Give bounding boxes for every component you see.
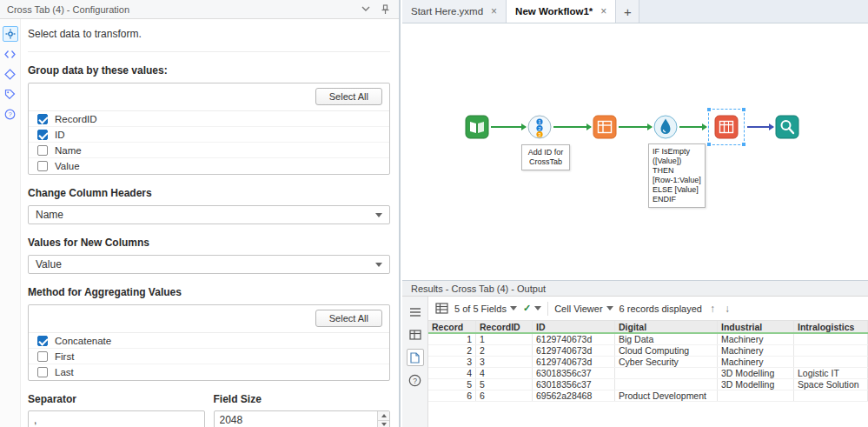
table-cell: Cyber Security [615, 357, 718, 367]
profile-view-icon[interactable] [407, 304, 424, 321]
table-cell: 4 [476, 368, 533, 378]
group-by-listbox-toolbar: Select All [29, 83, 389, 111]
grid-icon[interactable] [435, 303, 448, 314]
group-item-value[interactable]: Value [29, 158, 389, 174]
tag-tab-icon[interactable] [3, 86, 18, 102]
checkbox[interactable] [37, 114, 48, 124]
table-row[interactable]: 6669562a28468Product Development [428, 390, 868, 402]
table-row[interactable]: 336129740673dCyber SecurityMachinery [428, 357, 868, 368]
alteryx-designer-window: Cross Tab (4) - Configuration ? [0, 0, 868, 427]
table-cell: 6 [476, 390, 533, 401]
checkbox[interactable] [37, 145, 48, 156]
table-cell [794, 357, 868, 367]
new-tab-button[interactable]: + [616, 0, 639, 23]
selection-handle[interactable] [742, 143, 745, 146]
stepper-down-button[interactable] [378, 420, 389, 427]
separator-input[interactable] [28, 410, 205, 427]
column-header[interactable]: ID [533, 321, 615, 332]
fields-dropdown-label: 5 of 5 Fields [454, 304, 507, 314]
column-header[interactable]: RecordID [476, 321, 533, 332]
close-icon[interactable]: × [600, 5, 606, 17]
help-tab-icon[interactable]: ? [3, 106, 18, 122]
group-item-recordid[interactable]: RecordID [29, 111, 389, 127]
column-header[interactable]: Industrial [718, 321, 794, 332]
scroll-down-icon[interactable]: ↓ [723, 303, 732, 315]
new-columns-dropdown[interactable]: Value [28, 255, 390, 274]
pin-icon[interactable] [378, 3, 392, 17]
results-title: Results - Cross Tab (4) - Output [411, 284, 546, 294]
connection-recordid-transpose[interactable] [553, 126, 591, 128]
connection-crosstab-browse[interactable] [747, 126, 773, 128]
record-id-tool[interactable]: 1 2 3 [527, 115, 552, 139]
table-cell: Machinery [718, 357, 794, 367]
multi-row-formula-icon [653, 115, 678, 139]
connection-formula-crosstab[interactable] [679, 126, 706, 128]
table-cell: 3D Modelling [718, 368, 794, 378]
table-row[interactable]: 4463018356c373D ModellingLogistic IT [428, 368, 868, 379]
config-intro-text: Select data to transform. [28, 28, 390, 52]
checkbox[interactable] [37, 161, 48, 171]
triangle-down-icon [381, 423, 387, 426]
group-select-all-button[interactable]: Select All [315, 88, 382, 105]
connection-textinput-recordid[interactable] [491, 126, 526, 128]
table-cell: 3 [476, 357, 533, 367]
group-item-name[interactable]: Name [29, 143, 389, 158]
help-icon[interactable]: ? [407, 371, 424, 389]
transpose-tool[interactable] [593, 115, 617, 139]
cross-tab-tool[interactable] [714, 115, 739, 139]
recordid-annotation[interactable]: Add ID for CrossTab [521, 144, 570, 170]
fields-dropdown[interactable]: 5 of 5 Fields [454, 304, 517, 314]
code-tab-icon[interactable] [3, 46, 18, 62]
aggregation-item-first[interactable]: First [29, 349, 389, 364]
collapse-chevron-icon[interactable] [359, 3, 373, 17]
connection-transpose-formula[interactable] [619, 126, 652, 128]
table-row[interactable]: 116129740673dBig DataMachinery [428, 334, 868, 345]
aggregation-item-concatenate[interactable]: Concatenate [29, 333, 389, 349]
checkbox[interactable] [37, 130, 48, 140]
table-view-icon[interactable] [407, 326, 424, 344]
group-item-id[interactable]: ID [29, 127, 389, 143]
tab-start-here[interactable]: Start Here.yxmd × [402, 0, 507, 23]
selection-handle[interactable] [707, 108, 711, 111]
tab-label: New Workflow1* [515, 6, 593, 17]
configuration-tab-icon[interactable] [3, 26, 18, 42]
data-quality-filter[interactable]: ✓ [523, 303, 541, 314]
column-header[interactable]: Digital [615, 321, 718, 332]
results-table: Record RecordID ID Digital Industrial In… [428, 321, 868, 427]
multi-row-formula-tool[interactable] [653, 115, 678, 139]
column-header[interactable]: Record [428, 321, 476, 332]
stepper-up-button[interactable] [378, 411, 389, 420]
transpose-icon [593, 115, 617, 139]
navigation-tab-icon[interactable] [3, 66, 18, 82]
field-size-input[interactable] [214, 410, 391, 427]
tab-new-workflow1[interactable]: New Workflow1* × [507, 0, 616, 23]
scroll-up-icon[interactable]: ↑ [708, 303, 717, 315]
table-cell: 6 [428, 390, 476, 401]
group-by-listbox: Select All RecordID ID Name Value [28, 83, 390, 175]
results-side-strip: ? [402, 297, 428, 427]
aggregation-select-all-button[interactable]: Select All [315, 310, 382, 327]
close-icon[interactable]: × [491, 5, 497, 17]
checkbox[interactable] [37, 367, 48, 377]
cross-tab-icon [714, 115, 739, 139]
cell-viewer-label: Cell Viewer [554, 304, 602, 314]
text-input-tool[interactable] [465, 115, 489, 139]
table-cell: 6129740673d [533, 334, 615, 344]
table-row[interactable]: 226129740673dCloud ComputingMachinery [428, 345, 868, 357]
checkbox[interactable] [37, 351, 48, 362]
column-headers-dropdown[interactable]: Name [28, 205, 390, 224]
results-toolbar: 5 of 5 Fields ✓ Cell Viewer 6 records [428, 297, 868, 321]
checkbox[interactable] [37, 336, 48, 346]
workflow-canvas[interactable]: 1 2 3 [402, 23, 868, 280]
selection-handle[interactable] [742, 108, 745, 111]
selection-handle[interactable] [707, 143, 711, 146]
column-header[interactable]: Intralogistics [794, 321, 868, 332]
browse-tool[interactable] [775, 115, 799, 139]
aggregation-item-last[interactable]: Last [29, 364, 389, 380]
formula-annotation[interactable]: IF IsEmpty ([Value]) THEN [Row-1:Value] … [648, 143, 706, 208]
cell-viewer-dropdown[interactable]: Cell Viewer [554, 304, 613, 314]
field-size-label: Field Size [214, 393, 391, 405]
table-row[interactable]: 5563018356c373D ModellingSpace Solution [428, 379, 868, 390]
dropdown-value: Value [36, 258, 62, 270]
document-view-icon[interactable] [407, 349, 424, 366]
